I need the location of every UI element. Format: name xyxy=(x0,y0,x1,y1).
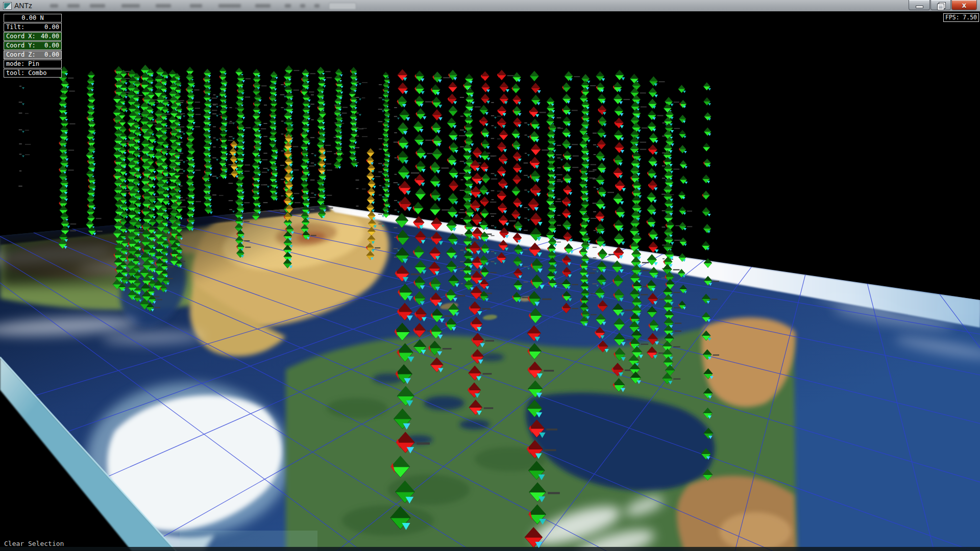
ghost-pin-column xyxy=(355,82,368,207)
app-icon xyxy=(3,2,12,10)
hud-tilt-row: Tilt: 0.00 xyxy=(4,23,62,32)
pin-stack[interactable] xyxy=(316,67,333,219)
minimize-icon xyxy=(916,6,923,8)
toolbar-icon-blob[interactable] xyxy=(314,4,320,8)
maximize-button[interactable] xyxy=(930,0,951,10)
menu-item-blob[interactable] xyxy=(90,4,105,8)
fps-label: FPS: xyxy=(945,14,960,21)
ghost-pin-column xyxy=(18,86,31,187)
close-icon: x xyxy=(962,1,966,9)
pin-stack[interactable] xyxy=(252,69,267,220)
pin-stack[interactable] xyxy=(58,66,76,249)
hud-tool-row: tool: Combo xyxy=(4,69,62,78)
pin-stack[interactable] xyxy=(318,146,326,174)
minimize-button[interactable] xyxy=(909,0,930,10)
console-line: Clear Selection xyxy=(4,541,136,547)
menu-item-blob[interactable] xyxy=(190,4,202,8)
pin-stack[interactable] xyxy=(382,72,390,218)
hud-coord-x-row: Coord X: 40.00 xyxy=(4,32,62,41)
hud-heading-row: 0.00 N xyxy=(4,14,62,22)
hud-mode-row: mode: Pin xyxy=(4,60,62,68)
menu-item-blob[interactable] xyxy=(50,4,58,8)
hud-coord-y-row: Coord Y: 0.00 xyxy=(4,41,62,50)
pin-stack[interactable] xyxy=(186,67,201,232)
menu-item-blob[interactable] xyxy=(156,4,171,8)
pin-stack[interactable] xyxy=(86,71,103,236)
pin-stack[interactable] xyxy=(219,67,233,179)
hud-panel: 0.00 N Tilt: 0.00 Coord X: 40.00 Coord Y… xyxy=(4,14,62,78)
pin-stack[interactable] xyxy=(349,67,363,167)
fps-value: 7.50 xyxy=(963,14,977,21)
pin-stack[interactable] xyxy=(202,69,218,214)
pin-stack[interactable] xyxy=(269,71,278,201)
menu-item-blob[interactable] xyxy=(218,4,241,8)
search-box-blob[interactable] xyxy=(329,3,356,10)
menu-item-blob[interactable] xyxy=(255,4,271,8)
viewport-3d[interactable] xyxy=(0,0,980,551)
console-log: Clear Selection picked id: 10442 recordI… xyxy=(4,528,136,551)
close-button[interactable]: x xyxy=(951,0,977,10)
menu-item-blob[interactable] xyxy=(121,4,140,8)
hud-coord-z-row: Coord Z: 0.00 xyxy=(4,51,62,59)
window-title: ANTz xyxy=(14,2,32,10)
toolbar-icon-blob[interactable] xyxy=(300,4,305,8)
menu-item-blob[interactable] xyxy=(67,4,80,8)
maximize-icon xyxy=(938,3,944,8)
toolbar-icon-blob[interactable] xyxy=(285,4,291,8)
bottom-strip xyxy=(0,547,980,551)
fps-readout: FPS: 7.50 xyxy=(943,13,979,22)
title-bar[interactable]: ANTz x xyxy=(0,0,980,12)
